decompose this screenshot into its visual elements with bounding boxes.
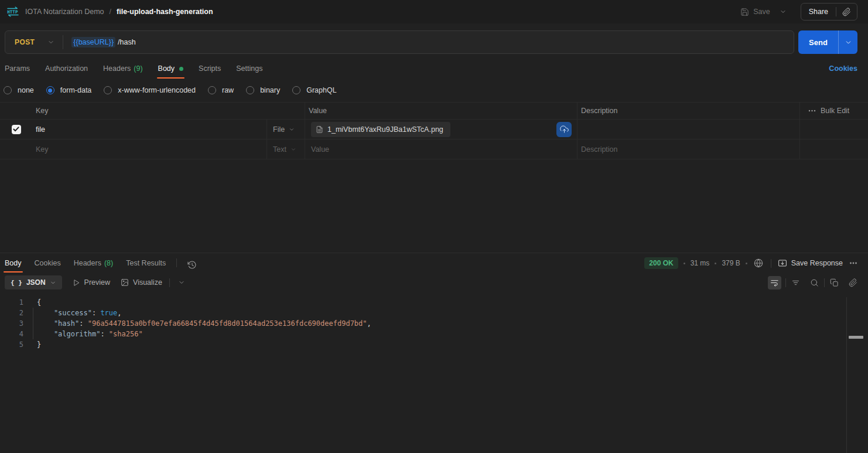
radio-icon — [46, 86, 54, 94]
row-enabled-checkbox[interactable] — [12, 125, 21, 134]
response-meta: 200 OK 31 ms 379 B Save Response — [644, 257, 859, 273]
network-info-button[interactable] — [753, 257, 764, 269]
code-line: 4 "algorithm": "sha256" — [0, 329, 846, 339]
radio-icon — [104, 86, 112, 94]
body-mode-options: none form-data x-www-form-urlencoded raw… — [0, 79, 868, 102]
share-button[interactable]: Share — [801, 8, 836, 16]
copy-button[interactable] — [829, 277, 840, 288]
breadcrumb-separator: / — [110, 8, 111, 16]
response-size[interactable]: 379 B — [722, 259, 740, 267]
preview-button[interactable]: Preview — [73, 278, 110, 287]
column-header-key: Key — [36, 107, 49, 115]
table-header-row: Key Value Description Bulk Edit — [0, 103, 868, 120]
link-button[interactable] — [848, 277, 859, 288]
code-line: 5} — [0, 339, 846, 350]
dots-icon — [808, 109, 816, 113]
url-input[interactable]: {{baseURL}} /hash — [63, 31, 794, 53]
chevron-down-icon — [845, 39, 852, 46]
tab-params[interactable]: Params — [5, 64, 30, 79]
response-time[interactable]: 31 ms — [691, 259, 710, 267]
description-input[interactable]: Description — [577, 139, 799, 159]
breadcrumb-request-name: file-upload-hash-generation — [117, 8, 213, 16]
wrap-text-button[interactable] — [768, 276, 781, 289]
tab-authorization[interactable]: Authorization — [45, 64, 88, 79]
upload-file-button[interactable] — [556, 122, 572, 137]
response-tab-cookies[interactable]: Cookies — [35, 259, 61, 273]
wrap-text-icon — [770, 278, 779, 287]
status-badge[interactable]: 200 OK — [644, 257, 678, 269]
response-tab-body[interactable]: Body — [5, 259, 22, 273]
method-label: POST — [15, 38, 35, 46]
table-row: file File 1_miVbmt6YaxRu9JBa1wSTcA.png — [0, 120, 868, 139]
response-toolbar: { } JSON Preview Visualize — [0, 273, 868, 292]
send-options-button[interactable] — [839, 30, 857, 54]
file-chip[interactable]: 1_miVbmt6YaxRu9JBa1wSTcA.png — [311, 122, 450, 137]
breadcrumb-collection[interactable]: IOTA Notarization Demo — [25, 8, 104, 16]
save-response-icon — [778, 259, 787, 267]
app-root: HTTP IOTA Notarization Demo / file-uploa… — [0, 0, 868, 453]
visualize-button[interactable]: Visualize — [121, 278, 162, 287]
radio-raw[interactable]: raw — [208, 86, 234, 94]
response-tab-test-results[interactable]: Test Results — [126, 259, 166, 273]
send-button[interactable]: Send — [798, 30, 839, 54]
url-variable-chip: {{baseURL}} — [71, 37, 115, 47]
code-line: 3 "hash": "96a5447815a0bf0e7efa66845f4d4… — [0, 318, 846, 329]
description-cell[interactable] — [577, 120, 799, 139]
share-group: Share — [801, 3, 857, 21]
save-options-button[interactable] — [776, 7, 790, 16]
value-type-selector[interactable]: File — [266, 120, 305, 139]
tab-body[interactable]: Body — [158, 64, 184, 79]
save-button[interactable]: Save — [740, 8, 770, 16]
value-cell: 1_miVbmt6YaxRu9JBa1wSTcA.png — [305, 120, 577, 139]
response-history-button[interactable] — [187, 260, 197, 270]
divider — [176, 258, 177, 267]
unsaved-changes-dot — [179, 67, 183, 71]
radio-icon — [246, 86, 254, 94]
dot-separator — [684, 263, 685, 264]
bulk-edit-button[interactable]: Bulk Edit — [799, 103, 868, 119]
dots-icon — [849, 261, 857, 265]
editor-scrollbar[interactable] — [846, 297, 868, 453]
history-clock-icon — [187, 260, 197, 270]
tab-scripts[interactable]: Scripts — [199, 64, 221, 79]
response-body-editor[interactable]: 1{2 "success": true,3 "hash": "96a544781… — [0, 292, 868, 453]
play-icon — [73, 279, 80, 287]
key-cell[interactable]: file — [32, 120, 266, 139]
chevron-down-icon — [289, 127, 295, 132]
radio-form-data[interactable]: form-data — [46, 86, 92, 94]
breadcrumb: HTTP IOTA Notarization Demo / file-uploa… — [6, 6, 213, 17]
divider — [169, 278, 170, 287]
form-data-table: Key Value Description Bulk Edit file Fil… — [0, 102, 868, 159]
column-header-value: Value — [309, 107, 327, 115]
more-options-button[interactable] — [848, 260, 859, 266]
divider — [785, 278, 786, 287]
method-selector[interactable]: POST — [5, 38, 63, 46]
key-input[interactable]: Key — [32, 139, 266, 159]
value-type-selector[interactable]: Text — [266, 139, 305, 159]
check-icon — [13, 127, 19, 132]
response-format-selector[interactable]: { } JSON — [5, 275, 62, 289]
search-button[interactable] — [809, 277, 820, 288]
tab-settings[interactable]: Settings — [236, 64, 262, 79]
value-input[interactable]: Value — [305, 139, 577, 159]
radio-icon — [208, 86, 216, 94]
filter-button[interactable] — [790, 277, 801, 288]
save-response-button[interactable]: Save Response — [778, 259, 843, 267]
radio-binary[interactable]: binary — [246, 86, 280, 94]
response-tab-headers[interactable]: Headers(8) — [74, 259, 114, 273]
http-request-icon: HTTP — [6, 6, 20, 17]
tab-headers[interactable]: Headers(9) — [103, 64, 143, 79]
request-tabs: Params Authorization Headers(9) Body Scr… — [0, 62, 868, 79]
chevron-down-icon — [178, 279, 185, 286]
radio-icon — [292, 86, 300, 94]
file-icon — [316, 125, 323, 134]
radio-x-www-form-urlencoded[interactable]: x-www-form-urlencoded — [104, 86, 196, 94]
cloud-upload-icon — [560, 125, 569, 134]
editor-tools — [768, 276, 859, 289]
scrollbar-thumb[interactable] — [849, 336, 863, 339]
radio-none[interactable]: none — [4, 86, 34, 94]
cookies-link[interactable]: Cookies — [829, 64, 857, 79]
radio-graphql[interactable]: GraphQL — [292, 86, 336, 94]
copy-link-button[interactable] — [836, 8, 857, 16]
format-options-button[interactable] — [177, 278, 186, 287]
